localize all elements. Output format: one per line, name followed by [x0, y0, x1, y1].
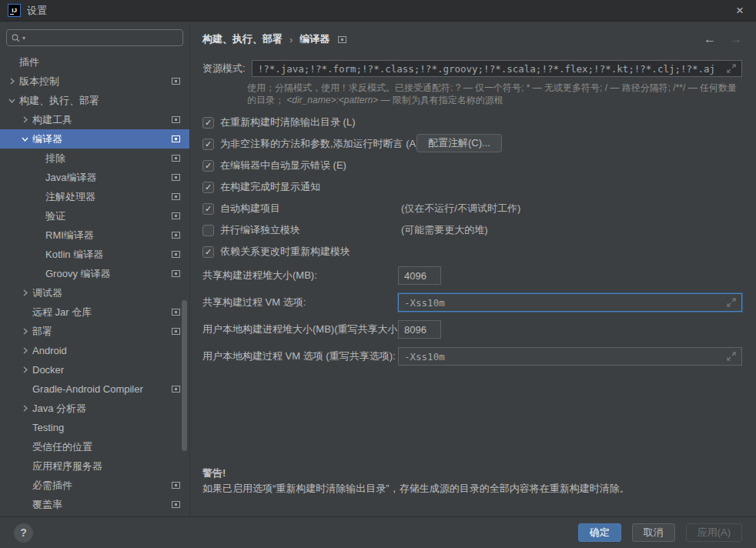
- warning-message: 警告! 如果已启用选项“重新构建时清除输出目录”，存储生成源的目录的全部内容将在…: [202, 466, 742, 496]
- chevron-right-icon[interactable]: [8, 78, 15, 85]
- project-settings-icon: [172, 78, 180, 85]
- search-options-caret-icon[interactable]: ▾: [22, 35, 25, 42]
- breadcrumb-parent[interactable]: 构建、执行、部署: [202, 32, 283, 46]
- user-heap-label: 用户本地构建进程堆大小(MB)(重写共享大小):: [202, 322, 403, 336]
- sidebar-scrollbar[interactable]: [182, 300, 187, 451]
- dialog-footer: ? 确定 取消 应用(A): [0, 516, 756, 548]
- sidebar-item-16[interactable]: Docker: [0, 360, 189, 379]
- sidebar-item-2[interactable]: 构建、执行、部署: [0, 91, 189, 110]
- ok-button[interactable]: 确定: [578, 523, 621, 542]
- chevron-down-icon[interactable]: [8, 97, 15, 104]
- sidebar-item-17[interactable]: Gradle-Android Compiler: [0, 379, 189, 399]
- checkbox-label: 为非空注释的方法和参数,添加运行时断言 (A): [220, 137, 420, 151]
- sidebar-item-7[interactable]: 注解处理器: [0, 187, 189, 206]
- sidebar-item-5[interactable]: 排除: [0, 149, 189, 168]
- resource-patterns-label: 资源模式:: [202, 62, 246, 75]
- chevron-right-icon[interactable]: [22, 366, 28, 373]
- breadcrumb-separator: ›: [289, 34, 293, 45]
- checkbox-checked[interactable]: ✓: [202, 246, 214, 258]
- expand-field-icon[interactable]: [727, 352, 736, 361]
- sidebar-item-label: 必需插件: [32, 479, 72, 493]
- sidebar-item-18[interactable]: Java 分析器: [0, 399, 189, 418]
- project-settings-icon: [172, 116, 180, 123]
- sidebar-item-11[interactable]: Groovy 编译器: [0, 264, 189, 283]
- project-settings-icon: [172, 270, 180, 277]
- sidebar-item-label: Gradle-Android Compiler: [32, 383, 143, 395]
- sidebar-item-10[interactable]: Kotlin 编译器: [0, 245, 189, 264]
- chevron-right-icon[interactable]: [22, 347, 28, 354]
- sidebar-item-12[interactable]: 调试器: [0, 283, 189, 302]
- checkbox-checked[interactable]: ✓: [202, 117, 214, 129]
- tree-arrow-slot: [19, 289, 30, 296]
- sidebar-item-label: 覆盖率: [32, 498, 62, 512]
- project-settings-icon: [172, 482, 180, 489]
- sidebar-item-21[interactable]: 应用程序服务器: [0, 456, 189, 476]
- sidebar-item-1[interactable]: 版本控制: [0, 72, 189, 91]
- project-settings-icon: [338, 36, 346, 43]
- project-settings-icon: [172, 232, 180, 239]
- apply-button[interactable]: 应用(A): [686, 523, 742, 542]
- breadcrumb: 构建、执行、部署 › 编译器 ← →: [202, 28, 742, 51]
- sidebar-item-20[interactable]: 受信任的位置: [0, 437, 189, 456]
- checkbox-row-6: ✓依赖关系更改时重新构建模块: [202, 243, 742, 260]
- chevron-right-icon[interactable]: [22, 289, 28, 296]
- sidebar-item-19[interactable]: Testing: [0, 418, 189, 437]
- configure-annotations-button[interactable]: 配置注解(C)...: [416, 134, 502, 152]
- user-heap-input[interactable]: 8096: [398, 320, 441, 339]
- cancel-button[interactable]: 取消: [632, 523, 675, 542]
- search-input[interactable]: ▾: [6, 29, 183, 46]
- expand-field-icon[interactable]: [727, 64, 736, 73]
- forward-arrow-icon: →: [730, 32, 742, 46]
- sidebar-item-3[interactable]: 构建工具: [0, 110, 189, 129]
- checkbox-checked[interactable]: ✓: [202, 203, 214, 215]
- tree-arrow-slot: [6, 97, 17, 104]
- shared-heap-input[interactable]: 4096: [398, 266, 441, 285]
- shared-heap-value: 4096: [404, 270, 427, 282]
- sidebar-item-15[interactable]: Android: [0, 341, 189, 360]
- shared-vm-options-input[interactable]: -Xss10m: [398, 293, 742, 312]
- chevron-down-icon[interactable]: [22, 135, 28, 142]
- back-arrow-icon[interactable]: ←: [704, 32, 716, 46]
- checkbox-unchecked[interactable]: [202, 225, 214, 236]
- sidebar-item-23[interactable]: 覆盖率: [0, 495, 189, 514]
- sidebar-item-label: Kotlin 编译器: [45, 248, 103, 262]
- shared-vm-options-value: -Xss10m: [404, 297, 445, 309]
- checkbox-checked[interactable]: ✓: [202, 182, 214, 193]
- sidebar-item-22[interactable]: 必需插件: [0, 476, 189, 495]
- user-vm-options-input[interactable]: -Xss10m: [398, 347, 742, 366]
- sidebar-item-label: 调试器: [32, 286, 62, 300]
- expand-field-icon[interactable]: [727, 298, 736, 307]
- sidebar-item-6[interactable]: Java编译器: [0, 168, 189, 187]
- sidebar-item-0[interactable]: 插件: [0, 52, 189, 72]
- shared-heap-row: 共享构建进程堆大小(MB): 4096: [202, 266, 742, 285]
- chevron-right-icon[interactable]: [22, 405, 28, 412]
- close-icon[interactable]: ×: [731, 4, 748, 17]
- project-settings-icon: [172, 155, 180, 162]
- project-settings-icon: [172, 501, 180, 508]
- sidebar-item-14[interactable]: 部署: [0, 322, 189, 341]
- help-text-suffix: — 限制为具有指定名称的源根: [378, 95, 503, 105]
- chevron-right-icon[interactable]: [22, 116, 28, 123]
- user-vm-options-row: 用户本地构建过程 VM 选项 (重写共享选项): -Xss10m: [202, 347, 742, 366]
- sidebar-item-9[interactable]: RMI编译器: [0, 226, 189, 245]
- checkbox-label: 在重新构建时清除输出目录 (L): [220, 115, 356, 129]
- warning-title: 警告!: [202, 466, 742, 481]
- resource-patterns-input[interactable]: !?*.java;!?*.form;!?*.class;!?*.groovy;!…: [252, 60, 742, 77]
- checkbox-checked[interactable]: ✓: [202, 139, 214, 150]
- checkbox-label: 自动构建项目: [220, 202, 280, 216]
- user-vm-options-label: 用户本地构建过程 VM 选项 (重写共享选项):: [202, 349, 396, 363]
- build-process-settings: 共享构建进程堆大小(MB): 4096 共享构建过程 VM 选项: -Xss10…: [202, 266, 742, 366]
- shared-vm-options-label: 共享构建过程 VM 选项:: [202, 296, 306, 309]
- checkbox-checked[interactable]: ✓: [202, 160, 214, 172]
- project-settings-icon: [172, 328, 180, 335]
- project-settings-icon: [172, 174, 180, 181]
- sidebar-item-8[interactable]: 验证: [0, 206, 189, 226]
- sidebar-item-label: 验证: [45, 209, 65, 223]
- user-heap-row: 用户本地构建进程堆大小(MB)(重写共享大小): 8096: [202, 320, 742, 339]
- sidebar-item-label: 远程 Jar 仓库: [32, 306, 92, 319]
- sidebar-item-4[interactable]: 编译器: [0, 129, 189, 149]
- help-icon[interactable]: ?: [14, 523, 33, 543]
- sidebar-item-13[interactable]: 远程 Jar 仓库: [0, 302, 189, 322]
- chevron-right-icon[interactable]: [22, 328, 28, 335]
- shared-vm-options-row: 共享构建过程 VM 选项: -Xss10m: [202, 293, 742, 312]
